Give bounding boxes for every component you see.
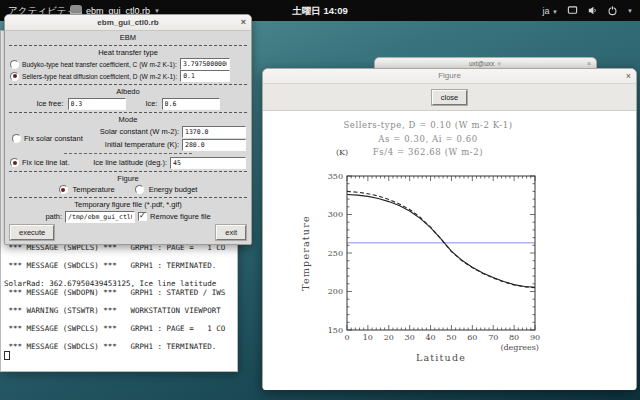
- solar-constant-row: Solar constant (W m-2):: [98, 125, 248, 138]
- svg-text:90: 90: [530, 333, 540, 342]
- background-window-title: uxt@uxx: [469, 60, 494, 67]
- sellers-coefficient-input[interactable]: [180, 70, 230, 82]
- fix-ice-row: Fix ice line lat. Ice line latitude (deg…: [8, 156, 248, 169]
- terminal-line: [4, 297, 236, 306]
- separator: [64, 153, 192, 154]
- budyko-row: Budyko-type heat transfer coefficient, C…: [8, 58, 248, 70]
- figure-window-title: Figure: [438, 71, 461, 80]
- terminal-line: *** MESSAGE (SWDOPN) *** GRPH1 : STARTED…: [4, 288, 236, 297]
- execute-button[interactable]: execute: [10, 225, 54, 240]
- terminal-line: [4, 315, 236, 324]
- energy-budget-option-label: Energy budget: [149, 185, 198, 194]
- albedo-section-label: Albedo: [8, 87, 248, 97]
- solar-constant-input[interactable]: [182, 126, 246, 138]
- plot-frame: [347, 176, 535, 330]
- ice-free-input[interactable]: [68, 98, 126, 110]
- initial-temperature-row: Initial temperature (K):: [98, 138, 248, 151]
- figure-close-button[interactable]: close: [432, 90, 468, 105]
- albedo-row: Ice free: Ice:: [8, 97, 248, 110]
- solar-constant-label: Solar constant (W m-2):: [100, 127, 179, 136]
- sellers-radio[interactable]: [10, 72, 19, 81]
- ice-line-latitude-label: Ice line latitude (deg.):: [73, 158, 167, 167]
- fix-ice-label: Fix ice line lat.: [22, 158, 70, 167]
- separator: [9, 45, 247, 46]
- svg-text:200: 200: [328, 287, 343, 296]
- button-row: execute exit: [8, 224, 248, 241]
- fix-solar-label: Fix solar constant: [24, 134, 83, 143]
- control-window: ebm_gui_ctl0.rb × EBM Heat transfer type…: [4, 14, 252, 245]
- close-icon[interactable]: ×: [241, 15, 246, 30]
- terminal-cursor-line: [4, 351, 236, 361]
- figure-window-titlebar[interactable]: Figure ×: [263, 69, 636, 84]
- svg-text:10: 10: [363, 333, 373, 342]
- svg-text:300: 300: [328, 210, 343, 219]
- chevron-down-icon: ▼: [496, 61, 502, 67]
- terminal-line: [4, 252, 236, 261]
- mode-section-label: Mode: [8, 115, 248, 125]
- separator: [9, 112, 247, 113]
- ice-line-latitude-input[interactable]: [170, 157, 246, 169]
- svg-text:150: 150: [328, 326, 343, 335]
- ice-input[interactable]: [162, 98, 220, 110]
- svg-text:0: 0: [344, 333, 349, 342]
- budyko-coefficient-input[interactable]: [180, 58, 230, 70]
- y-unit-label: (K): [336, 148, 348, 157]
- control-window-title: ebm_gui_ctl0.rb: [97, 18, 158, 27]
- series-temperature-profile-solid: [347, 195, 535, 288]
- svg-text:As = 0.30, Ai = 0.60: As = 0.30, Ai = 0.60: [377, 134, 478, 144]
- volume-icon[interactable]: [587, 5, 598, 16]
- axis-ticks: [347, 176, 535, 330]
- desktop: アクティビティ ebm_gui_ctl0.rb ▼ 土曜日 14:09 ja ▼…: [0, 0, 640, 400]
- terminal-output: *** MESSAGE (SWPCLS) *** GRPH1 : PAGE = …: [4, 243, 236, 369]
- svg-text:80: 80: [509, 333, 519, 342]
- terminal-line: *** MESSAGE (SWDCLS) *** GRPH1 : TERMINA…: [4, 261, 236, 270]
- chevron-down-icon[interactable]: ▼: [627, 8, 633, 14]
- separator: [9, 171, 247, 172]
- x-tick-labels: 0102030405060708090: [344, 333, 540, 342]
- clock[interactable]: 土曜日 14:09: [292, 0, 347, 21]
- exit-button[interactable]: exit: [216, 225, 246, 240]
- svg-text:350: 350: [328, 172, 343, 181]
- temperature-radio[interactable]: [59, 185, 68, 194]
- chevron-down-icon: ▼: [552, 9, 558, 15]
- svg-text:Fs/4 = 362.68 (W m-2): Fs/4 = 362.68 (W m-2): [373, 147, 484, 157]
- path-input[interactable]: [65, 211, 135, 223]
- power-icon[interactable]: [607, 5, 618, 16]
- heat-section-label: Heat transfer type: [8, 48, 248, 58]
- ice-label: Ice:: [146, 99, 158, 108]
- svg-text:70: 70: [488, 333, 498, 342]
- terminal-line: [4, 333, 236, 342]
- remove-figure-file-checkbox[interactable]: [138, 212, 147, 221]
- screen-icon[interactable]: [567, 5, 578, 16]
- control-window-titlebar[interactable]: ebm_gui_ctl0.rb ×: [5, 15, 251, 31]
- initial-temperature-label: Initial temperature (K):: [100, 140, 179, 149]
- svg-text:50: 50: [446, 333, 456, 342]
- sellers-row: Sellers-type heat diffusion coefficient,…: [8, 70, 248, 82]
- energy-budget-radio[interactable]: [135, 185, 144, 194]
- initial-temperature-input[interactable]: [182, 139, 246, 151]
- ice-free-label: Ice free:: [36, 99, 63, 108]
- tmpfile-section-label: Temporary figure file (*.pdf, *.gif): [8, 200, 248, 210]
- budyko-radio[interactable]: [10, 60, 19, 69]
- figure-type-row: Temperature Energy budget: [8, 184, 248, 195]
- control-window-body: EBM Heat transfer type Budyko-type heat …: [5, 31, 251, 244]
- svg-text:30: 30: [405, 333, 415, 342]
- separator: [9, 197, 247, 198]
- figure-section-label: Figure: [8, 174, 248, 184]
- terminal-line: SolarRad: 362.67950439453125, Ice line l…: [4, 279, 236, 288]
- close-icon[interactable]: ×: [626, 69, 631, 83]
- terminal-line: *** MESSAGE (SWPCLS) *** GRPH1 : PAGE = …: [4, 324, 236, 333]
- terminal-line: *** WARNING (STSWTR) *** WORKSTATION VIE…: [4, 306, 236, 315]
- fix-solar-radio[interactable]: [12, 134, 21, 143]
- x-axis-label: Latitude: [416, 352, 466, 363]
- figure-window: Figure × close Sellers-type, D = 0.10 (W…: [262, 68, 637, 389]
- remove-figure-file-label: Remove figure file: [150, 212, 210, 221]
- fix-solar-block: Fix solar constant Solar constant (W m-2…: [8, 125, 248, 151]
- fix-ice-radio[interactable]: [10, 158, 19, 167]
- input-method-indicator[interactable]: ja ▼: [543, 6, 558, 16]
- chart-title: Sellers-type, D = 0.10 (W m-2 K-1)As = 0…: [343, 120, 512, 157]
- y-axis-label: Temperature: [300, 215, 311, 290]
- figure-canvas: Sellers-type, D = 0.10 (W m-2 K-1)As = 0…: [263, 111, 636, 390]
- svg-text:Sellers-type, D = 0.10 (W m-2: Sellers-type, D = 0.10 (W m-2 K-1): [343, 120, 512, 130]
- svg-text:250: 250: [328, 249, 343, 258]
